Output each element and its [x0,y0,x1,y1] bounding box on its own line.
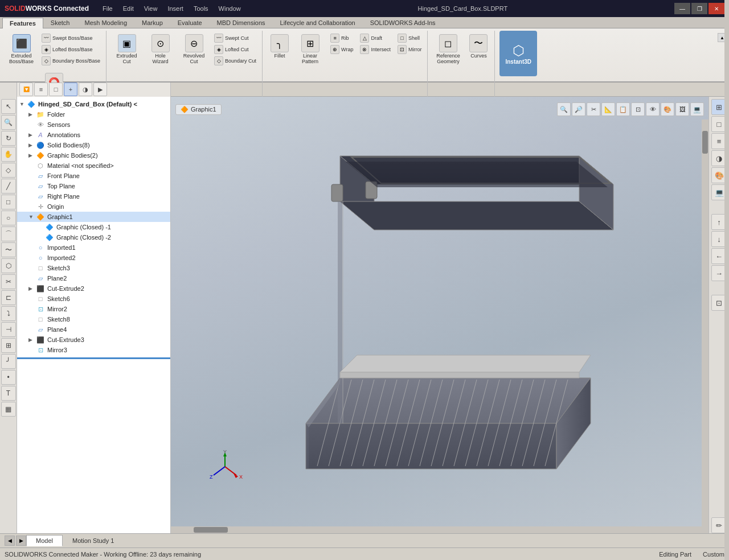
viewport-scrollbar-right[interactable] [702,120,708,533]
tree-item-imported1[interactable]: ○ Imported1 [17,242,170,253]
vp-display-button[interactable]: 🎨 [661,102,674,116]
zoom-tool-button[interactable]: 🔍 [1,115,16,130]
tree-item-top-plane[interactable]: ▱ Top Plane [17,181,170,191]
block-tool-button[interactable]: ▦ [1,402,16,417]
fillet-button[interactable]: ╮ Fillet [267,33,292,60]
menu-file[interactable]: File [98,4,117,13]
tree-item-cut-extrude2[interactable]: ▶ ⬛ Cut-Extrude2 [17,283,170,294]
tree-item-mirror3[interactable]: ⊡ Mirror3 [17,345,170,355]
tree-item-origin[interactable]: ✛ Origin [17,201,170,212]
smart-dim-button[interactable]: ◇ [1,163,16,178]
boundary-boss-base-button[interactable]: ◇ Boundary Boss/Base [39,56,103,66]
vp-cut-button[interactable]: ✂ [587,102,600,116]
pan-tool-button[interactable]: ✋ [1,147,16,162]
close-button[interactable]: ✕ [708,3,724,14]
menu-window[interactable]: Window [214,4,245,13]
menu-view[interactable]: View [140,4,162,13]
lofted-boss-base-button[interactable]: ◈ Lofted Boss/Base [39,44,103,55]
text-tool-button[interactable]: T [1,386,16,401]
tree-item-sketch8[interactable]: □ Sketch8 [17,314,170,324]
tab-mbd-dimensions[interactable]: MBD Dimensions [210,17,273,28]
tree-item-graphic1[interactable]: ▼ 🔶 Graphic1 [17,212,170,222]
chart-button[interactable]: ◑ [79,83,92,96]
swept-cut-button[interactable]: 〰 Swept Cut [212,33,259,43]
convert-tool-button[interactable]: ⤵ [1,306,16,321]
vp-zoom-in-button[interactable]: 🔍 [557,102,571,116]
rect-tool-button[interactable]: □ [1,195,16,209]
viewport[interactable]: 🔶 Graphic1 🔍 🔎 ✂ 📐 📋 ⊡ 👁 🎨 🖼 💻 [171,97,708,533]
point-tool-button[interactable]: • [1,370,16,385]
vp-section-button[interactable]: ⊡ [631,102,645,116]
maximize-button[interactable]: ❐ [691,3,707,14]
tab-evaluate[interactable]: Evaluate [170,17,210,28]
tree-item-plane4[interactable]: ▱ Plane4 [17,324,170,335]
boundary-cut-button[interactable]: ◇ Boundary Cut [212,56,259,66]
intersect-button[interactable]: ⊗ Intersect [358,44,393,55]
item-view-button[interactable]: □ [49,83,63,96]
add-button[interactable]: + [64,83,77,96]
mirror-button[interactable]: ⊡ Mirror [395,44,424,55]
extruded-cut-button[interactable]: ▣ Extruded Cut [111,33,142,66]
arc-tool-button[interactable]: ⌒ [1,227,16,241]
vp-measure-button[interactable]: 📐 [601,102,615,116]
tab-features[interactable]: Features [2,18,43,28]
minimize-button[interactable]: — [674,3,690,14]
tree-item-right-plane[interactable]: ▱ Right Plane [17,191,170,201]
fillet-tool-button[interactable]: ╯ [1,354,16,369]
tree-item-mirror2[interactable]: ⊡ Mirror2 [17,304,170,314]
spline-tool-button[interactable]: 〜 [1,242,16,257]
rib-button[interactable]: ≡ Rib [328,33,355,43]
tree-item-material[interactable]: ⬡ Material <not specified> [17,160,170,171]
tree-item-sensors[interactable]: 👁 Sensors [17,120,170,130]
tree-item-graphic-closed-2[interactable]: 🔷 Graphic (Closed) -2 [17,232,170,242]
tree-item-annotations[interactable]: ▶ A Annotations [17,130,170,140]
menu-edit[interactable]: Edit [118,4,138,13]
tree-item-solid-bodies[interactable]: ▶ 🔵 Solid Bodies(8) [17,140,170,150]
vp-render-button[interactable]: 🖼 [675,102,689,116]
tree-item-front-plane[interactable]: ▱ Front Plane [17,171,170,181]
offset-tool-button[interactable]: ⊏ [1,290,16,305]
menu-insert[interactable]: Insert [163,4,188,13]
rotate-tool-button[interactable]: ↻ [1,131,16,146]
tree-item-folder[interactable]: ▶ 📁 Folder [17,109,170,120]
tab-motion-study-1[interactable]: Motion Study 1 [63,535,124,546]
swept-boss-base-button[interactable]: 〰 Swept Boss/Base [39,33,103,43]
vp-visibility-button[interactable]: 👁 [646,102,660,116]
curves-button[interactable]: 〜 Curves [466,33,491,60]
mirror-tool-button[interactable]: ⊣ [1,322,16,337]
select-tool-button[interactable]: ↖ [1,99,16,114]
tree-item-imported2[interactable]: ○ Imported2 [17,253,170,263]
filter-button[interactable]: 🔽 [19,83,33,96]
hole-wizard-button[interactable]: ⊙ Hole Wizard [145,33,176,66]
trim-tool-button[interactable]: ✂ [1,274,16,289]
instant3d-button[interactable]: ⬡ Instant3D [499,31,537,76]
shell-button[interactable]: □ Shell [395,33,424,43]
lofted-cut-button[interactable]: ◈ Lofted Cut [212,44,259,55]
viewport-scrollbar-bottom[interactable] [171,526,702,533]
pattern-tool-button[interactable]: ⊞ [1,338,16,353]
tree-item-cut-extrude3[interactable]: ▶ ⬛ Cut-Extrude3 [17,335,170,345]
reference-geometry-button[interactable]: ◻ Reference Geometry [432,33,464,66]
tree-item-sketch6[interactable]: □ Sketch6 [17,294,170,304]
tree-item-graphic-closed-1[interactable]: 🔷 Graphic (Closed) -1 [17,222,170,232]
vp-zoom-out-button[interactable]: 🔎 [572,102,585,116]
linear-pattern-button[interactable]: ⊞ Linear Pattern [294,33,326,66]
tab-scroll-right[interactable]: ▶ [16,536,26,546]
tab-markup[interactable]: Markup [134,17,170,28]
expand-panel-button[interactable]: ▶ [93,83,107,96]
polygon-tool-button[interactable]: ⬡ [1,258,16,273]
tree-root[interactable]: ▼ 🔷 Hinged_SD_Card_Box (Default) < [17,99,170,109]
vp-settings-button[interactable]: 💻 [690,102,704,116]
tab-lifecycle[interactable]: Lifecycle and Collaboration [273,17,363,28]
revolved-cut-button[interactable]: ⊖ Revolved Cut [178,33,210,66]
circle-tool-button[interactable]: ○ [1,211,16,225]
wrap-button[interactable]: ⊕ Wrap [328,44,355,55]
vp-copy-button[interactable]: 📋 [616,102,630,116]
line-tool-button[interactable]: ╱ [1,179,16,193]
tab-scroll-left[interactable]: ◀ [5,536,15,546]
menu-tools[interactable]: Tools [189,4,213,13]
draft-button[interactable]: △ Draft [358,33,393,43]
tab-model[interactable]: Model [26,535,63,546]
tree-item-graphic-bodies[interactable]: ▶ 🔶 Graphic Bodies(2) [17,150,170,160]
tree-item-sketch3[interactable]: □ Sketch3 [17,263,170,273]
